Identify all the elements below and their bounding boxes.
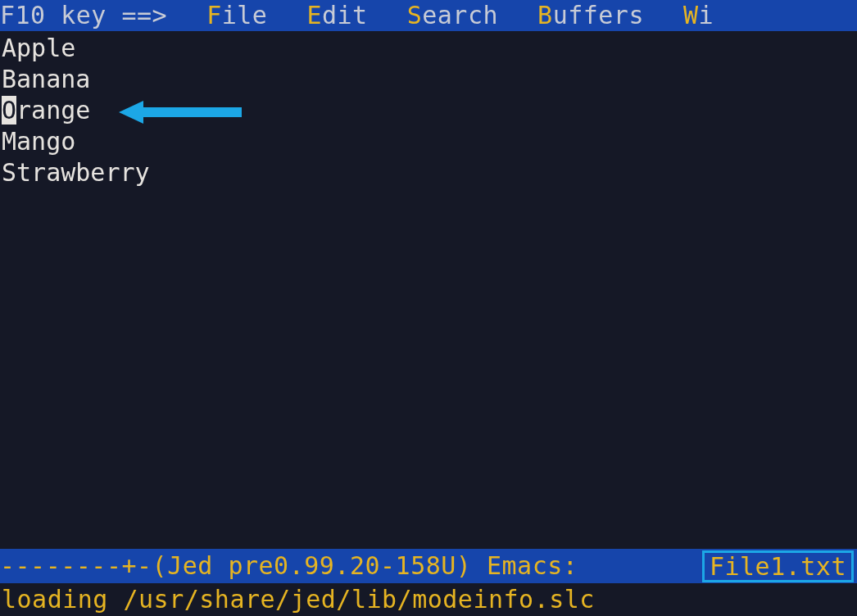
menu-search[interactable]: Search bbox=[407, 0, 498, 31]
status-indicator: --------+-(Jed pre0.99.20-158U) bbox=[0, 551, 471, 580]
status-mode: Emacs: bbox=[487, 551, 578, 580]
menu-hint: F10 key ==> bbox=[0, 0, 167, 31]
arrow-shaft bbox=[143, 107, 242, 117]
cursor: O bbox=[2, 96, 16, 125]
menu-edit[interactable]: Edit bbox=[306, 0, 367, 31]
menu-bar[interactable]: F10 key ==> File Edit Search Buffers Wi bbox=[0, 0, 857, 31]
status-filename: File1.txt bbox=[702, 550, 854, 582]
arrow-left-icon bbox=[119, 101, 143, 124]
menu-buffers[interactable]: Buffers bbox=[537, 0, 644, 31]
editor-line: Banana bbox=[2, 64, 857, 95]
menu-file[interactable]: File bbox=[206, 0, 267, 31]
editor-line: Mango bbox=[2, 126, 857, 157]
menu-windows[interactable]: Wi bbox=[683, 0, 714, 31]
minibuffer-text: loading /usr/share/jed/lib/modeinfo.slc bbox=[2, 584, 595, 615]
minibuffer[interactable]: loading /usr/share/jed/lib/modeinfo.slc bbox=[0, 583, 857, 616]
status-bar: --------+-(Jed pre0.99.20-158U) Emacs: F… bbox=[0, 549, 857, 583]
status-main: --------+-(Jed pre0.99.20-158U) Emacs: bbox=[0, 550, 702, 582]
annotation-arrow bbox=[119, 101, 242, 124]
editor-line: Strawberry bbox=[2, 157, 857, 188]
editor-area[interactable]: AppleBananaOrangeMangoStrawberry bbox=[0, 31, 857, 549]
editor-line: Apple bbox=[2, 33, 857, 64]
